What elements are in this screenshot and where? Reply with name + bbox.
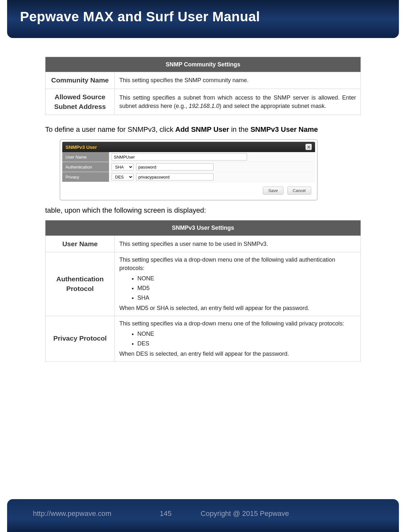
para-text: To define a user name for SNMPv3, click bbox=[45, 125, 175, 133]
dialog-row-privacy: Privacy DES bbox=[62, 172, 315, 182]
dialog-row-auth: Authentication SHA bbox=[62, 162, 315, 172]
instruction-paragraph: To define a user name for SNMPv3, click … bbox=[45, 124, 361, 135]
table-row: Authentication Protocol This setting spe… bbox=[45, 252, 361, 316]
desc-text: This setting specifies via a drop-down m… bbox=[119, 319, 356, 328]
field-container bbox=[109, 152, 315, 162]
auth-select[interactable]: SHA bbox=[112, 163, 134, 170]
setting-label: Authentication Protocol bbox=[45, 252, 115, 316]
page-header: Pepwave MAX and Surf User Manual bbox=[7, 0, 399, 38]
dialog-title: SNMPv3 User bbox=[65, 144, 97, 150]
dialog-row-username: User Name bbox=[62, 152, 315, 162]
list-item: NONE bbox=[137, 330, 356, 338]
page-number: 145 bbox=[160, 509, 172, 518]
dialog-actions: Save Cancel bbox=[62, 182, 315, 198]
para-bold: Add SNMP User bbox=[175, 125, 229, 133]
snmpv3-user-dialog: SNMPv3 User ✕ User Name Authentication S… bbox=[60, 139, 318, 200]
setting-description: This setting specifies a subnet from whi… bbox=[115, 89, 361, 115]
desc-text: ) and select the appropriate subnet mask… bbox=[219, 103, 326, 109]
setting-description: This setting specifies the SNMP communit… bbox=[115, 72, 361, 89]
setting-description: This setting specifies a user name to be… bbox=[115, 236, 361, 252]
close-icon[interactable]: ✕ bbox=[305, 144, 312, 150]
desc-text: When MD5 or SHA is selected, an entry fi… bbox=[119, 304, 356, 312]
table-row: Community Name This setting specifies th… bbox=[45, 72, 361, 89]
privacy-password-input[interactable] bbox=[136, 173, 213, 180]
setting-label: Community Name bbox=[45, 72, 115, 89]
setting-description: This setting specifies via a drop-down m… bbox=[115, 252, 361, 316]
snmp-community-settings-table: SNMP Community Settings Community Name T… bbox=[45, 57, 361, 115]
bullet-list: NONE MD5 SHA bbox=[137, 274, 356, 302]
field-label: User Name bbox=[62, 152, 109, 162]
table-header-row: SNMPv3 User Settings bbox=[45, 220, 361, 236]
document-page: Pepwave MAX and Surf User Manual SNMP Co… bbox=[0, 0, 406, 532]
desc-text: When DES is selected, an entry field wil… bbox=[119, 350, 356, 358]
list-item: MD5 bbox=[137, 284, 356, 292]
setting-label: Privacy Protocol bbox=[45, 316, 115, 361]
document-title: Pepwave MAX and Surf User Manual bbox=[20, 9, 386, 24]
table-title: SNMP Community Settings bbox=[45, 57, 361, 72]
username-input[interactable] bbox=[112, 153, 247, 160]
dialog-inner: SNMPv3 User ✕ User Name Authentication S… bbox=[62, 142, 315, 198]
dialog-titlebar: SNMPv3 User ✕ bbox=[62, 142, 315, 152]
auth-password-input[interactable] bbox=[136, 163, 213, 170]
save-button[interactable]: Save bbox=[263, 187, 283, 195]
field-container: DES bbox=[109, 172, 315, 182]
privacy-select[interactable]: DES bbox=[112, 173, 134, 180]
list-item: DES bbox=[137, 339, 356, 348]
table-title: SNMPv3 User Settings bbox=[45, 220, 361, 236]
bullet-list: NONE DES bbox=[137, 330, 356, 348]
table-header-row: SNMP Community Settings bbox=[45, 57, 361, 72]
setting-description: This setting specifies via a drop-down m… bbox=[115, 316, 361, 361]
list-item: SHA bbox=[137, 294, 356, 302]
page-content: SNMP Community Settings Community Name T… bbox=[0, 41, 406, 377]
field-label: Authentication bbox=[62, 162, 109, 172]
setting-label: User Name bbox=[45, 236, 115, 252]
table-row: User Name This setting specifies a user … bbox=[45, 236, 361, 252]
cancel-button[interactable]: Cancel bbox=[287, 187, 311, 195]
field-label: Privacy bbox=[62, 172, 109, 182]
table-row: Privacy Protocol This setting specifies … bbox=[45, 316, 361, 361]
table-row: Allowed Source Subnet Address This setti… bbox=[45, 89, 361, 115]
setting-label: Allowed Source Subnet Address bbox=[45, 89, 115, 115]
list-item: NONE bbox=[137, 274, 356, 283]
desc-text: This setting specifies via a drop-down m… bbox=[119, 256, 356, 272]
field-container: SHA bbox=[109, 162, 315, 172]
footer-copyright: Copyright @ 2015 Pepwave bbox=[201, 509, 289, 518]
instruction-paragraph: table, upon which the following screen i… bbox=[45, 205, 361, 216]
page-footer: http://www.pepwave.com 145 Copyright @ 2… bbox=[7, 499, 399, 532]
snmpv3-user-settings-table: SNMPv3 User Settings User Name This sett… bbox=[45, 220, 361, 361]
footer-url: http://www.pepwave.com bbox=[33, 509, 111, 518]
desc-emph: 192.168.1.0 bbox=[189, 103, 219, 109]
para-text: in the bbox=[229, 125, 251, 133]
para-bold: SNMPv3 User Name bbox=[251, 125, 318, 133]
